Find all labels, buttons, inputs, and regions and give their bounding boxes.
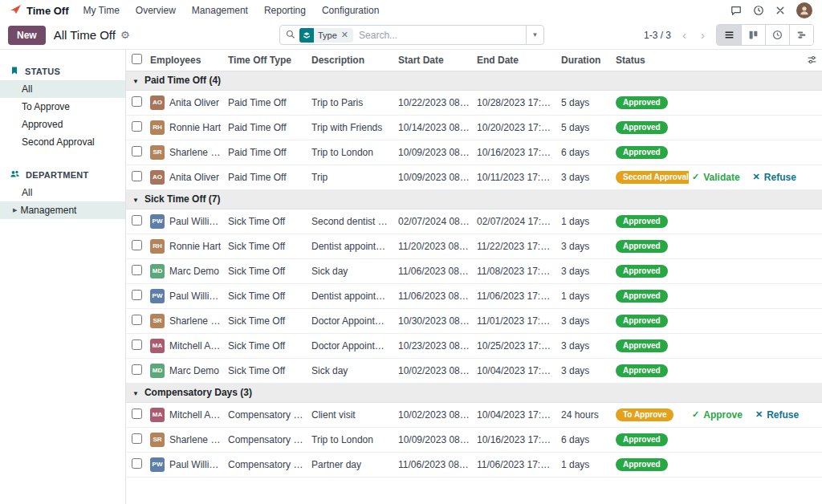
column-header-employees[interactable]: Employees bbox=[147, 50, 225, 71]
activities-clock-icon[interactable] bbox=[753, 5, 764, 16]
nav-menu-item[interactable]: Configuration bbox=[322, 5, 379, 16]
table-row[interactable]: PWPaul Williams Sick Time Off Dentist ap… bbox=[126, 283, 822, 308]
start-date-cell: 10/02/2023 08:00:… bbox=[395, 402, 474, 427]
row-actions bbox=[689, 358, 822, 383]
activity-view-button[interactable] bbox=[765, 25, 789, 45]
time-off-type-cell: Paid Time Off bbox=[225, 115, 308, 140]
sidebar-item-all[interactable]: ▶ All bbox=[0, 184, 125, 201]
table-row[interactable]: SRSharlene Rhodes Paid Time Off Trip to … bbox=[126, 140, 822, 165]
description-cell: Doctor Appointment bbox=[308, 308, 395, 333]
filter-sidebar: STATUS ▶ All ▶ To Approve ▶ Approved ▶ S… bbox=[0, 50, 126, 504]
table-row[interactable]: MDMarc Demo Sick Time Off Sick day 10/02… bbox=[126, 358, 822, 383]
employee-name: Marc Demo bbox=[169, 365, 219, 376]
search-bar[interactable]: Type ✕ ▼ bbox=[279, 25, 544, 45]
start-date-cell: 11/06/2023 08:00:… bbox=[395, 258, 474, 283]
refuse-button[interactable]: ✕Refuse bbox=[753, 172, 796, 183]
approve-button[interactable]: ✓Approve bbox=[692, 409, 743, 421]
row-checkbox[interactable] bbox=[132, 96, 142, 107]
column-header-status[interactable]: Status bbox=[612, 50, 689, 71]
facet-remove-icon[interactable]: ✕ bbox=[341, 30, 353, 40]
table-row[interactable]: RHRonnie Hart Sick Time Off Dentist appo… bbox=[126, 234, 822, 258]
column-header-duration[interactable]: Duration bbox=[558, 50, 612, 71]
table-row[interactable]: MDMarc Demo Sick Time Off Sick day 11/06… bbox=[126, 258, 822, 283]
pager-previous-button[interactable]: ‹ bbox=[679, 29, 690, 41]
table-row[interactable]: RHRonnie Hart Paid Time Off Trip with Fr… bbox=[126, 115, 822, 140]
sidebar-item-second-approval[interactable]: ▶ Second Approval bbox=[0, 133, 125, 151]
group-header-row[interactable]: ▼Compensatory Days (3) bbox=[126, 383, 822, 402]
table-row[interactable]: MAMitchell Admin Compensatory Days Clien… bbox=[126, 402, 822, 427]
search-dropdown-caret-icon[interactable]: ▼ bbox=[526, 26, 543, 44]
status-badge: Approved bbox=[616, 240, 668, 253]
optional-columns-icon[interactable] bbox=[807, 55, 817, 67]
search-icon bbox=[286, 28, 295, 43]
group-header-row[interactable]: ▼Sick Time Off (7) bbox=[126, 189, 822, 209]
messages-icon[interactable] bbox=[730, 5, 742, 16]
row-actions bbox=[689, 209, 822, 234]
employee-avatar: PW bbox=[150, 457, 165, 472]
row-checkbox[interactable] bbox=[132, 408, 142, 419]
select-all-checkbox[interactable] bbox=[132, 54, 142, 64]
nav-menu-item[interactable]: Reporting bbox=[264, 5, 306, 16]
status-badge: Approved bbox=[616, 265, 668, 278]
row-checkbox[interactable] bbox=[132, 339, 142, 350]
column-header-start-date[interactable]: Start Date bbox=[395, 50, 474, 71]
table-row[interactable]: AOAnita Oliver Paid Time Off Trip to Par… bbox=[126, 90, 822, 115]
table-row[interactable]: AOAnita Oliver Paid Time Off Trip 10/09/… bbox=[126, 165, 822, 189]
new-button[interactable]: New bbox=[8, 26, 46, 45]
pager-next-button[interactable]: › bbox=[698, 29, 708, 41]
refuse-button[interactable]: ✕Refuse bbox=[755, 409, 799, 421]
row-actions bbox=[689, 333, 822, 358]
row-checkbox[interactable] bbox=[132, 315, 142, 325]
nav-menu-item[interactable]: Management bbox=[192, 5, 248, 16]
user-avatar[interactable] bbox=[796, 2, 812, 18]
column-header-end-date[interactable]: End Date bbox=[474, 50, 558, 71]
row-checkbox[interactable] bbox=[132, 240, 142, 250]
view-switcher bbox=[716, 24, 814, 46]
sidebar-item-all[interactable]: ▶ All bbox=[0, 80, 125, 98]
group-header-row[interactable]: ▼Paid Time Off (4) bbox=[126, 71, 822, 90]
table-row[interactable]: PWPaul Williams Compensatory Days Partne… bbox=[126, 452, 822, 477]
table-row[interactable]: PWPaul Williams Sick Time Off Second den… bbox=[126, 209, 822, 234]
employee-avatar: SR bbox=[150, 314, 165, 328]
validate-button[interactable]: ✓Validate bbox=[692, 172, 740, 183]
search-facet-type[interactable]: Type ✕ bbox=[299, 28, 353, 43]
list-view-button[interactable] bbox=[717, 25, 741, 45]
table-row[interactable]: SRSharlene Rhodes Sick Time Off Doctor A… bbox=[126, 308, 822, 333]
start-date-cell: 10/14/2023 08:00:… bbox=[395, 115, 474, 140]
sidebar-item-management[interactable]: ▶ Management bbox=[0, 201, 125, 219]
employee-name: Sharlene Rhodes bbox=[169, 434, 222, 445]
column-header-description[interactable]: Description bbox=[308, 50, 395, 71]
kanban-view-button[interactable] bbox=[741, 25, 765, 45]
row-checkbox[interactable] bbox=[132, 121, 142, 132]
row-checkbox[interactable] bbox=[132, 458, 142, 469]
row-checkbox[interactable] bbox=[132, 433, 142, 444]
systray-x-icon[interactable] bbox=[775, 6, 785, 15]
column-header-time-off-type[interactable]: Time Off Type bbox=[225, 50, 308, 71]
row-checkbox[interactable] bbox=[132, 364, 142, 375]
employee-name: Anita Oliver bbox=[169, 172, 219, 183]
row-checkbox[interactable] bbox=[132, 146, 142, 156]
gantt-view-button[interactable] bbox=[789, 25, 813, 45]
employee-avatar: MD bbox=[150, 264, 165, 278]
row-checkbox[interactable] bbox=[132, 290, 142, 300]
row-checkbox[interactable] bbox=[132, 215, 142, 226]
gear-icon[interactable]: ⚙ bbox=[120, 29, 130, 41]
time-off-type-cell: Sick Time Off bbox=[225, 358, 308, 383]
search-input[interactable] bbox=[359, 30, 526, 41]
duration-cell: 3 days bbox=[558, 258, 612, 283]
end-date-cell: 10/20/2023 17:00:… bbox=[474, 115, 558, 140]
table-row[interactable]: SRSharlene Rhodes Compensatory Days Trip… bbox=[126, 427, 822, 452]
duration-cell: 1 days bbox=[558, 283, 612, 308]
table-row[interactable]: MAMitchell Admin Sick Time Off Doctor Ap… bbox=[126, 333, 822, 358]
nav-menu-item[interactable]: Overview bbox=[136, 5, 176, 16]
row-actions bbox=[689, 452, 822, 477]
table-header-row: Employees Time Off Type Description Star… bbox=[126, 50, 822, 71]
sidebar-item-to-approve[interactable]: ▶ To Approve bbox=[0, 98, 125, 116]
app-switcher[interactable]: Time Off bbox=[10, 3, 69, 18]
row-checkbox[interactable] bbox=[132, 265, 142, 275]
nav-menu-item[interactable]: My Time bbox=[83, 5, 120, 16]
sidebar-item-approved[interactable]: ▶ Approved bbox=[0, 116, 125, 133]
sidebar-section-title: STATUS bbox=[0, 63, 125, 80]
row-checkbox[interactable] bbox=[132, 171, 142, 181]
employee-avatar: MA bbox=[150, 408, 165, 422]
